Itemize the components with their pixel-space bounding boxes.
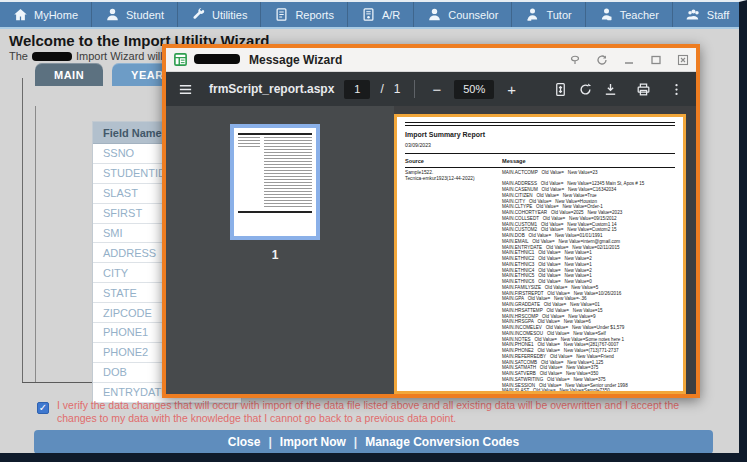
print-icon[interactable]: [636, 82, 651, 97]
modal-title: Message Wizard: [249, 53, 342, 67]
nav-item-label: Teacher: [620, 9, 659, 21]
nav-item-label: Tutor: [546, 9, 571, 21]
verify-row: ✓ I verify the data changes that will oc…: [37, 399, 737, 425]
nav-item-label: A/R: [382, 9, 400, 21]
nav-item-myhome[interactable]: MyHome: [0, 2, 92, 27]
counselor-icon: [427, 7, 442, 22]
nav-item-label: Student: [126, 9, 164, 21]
report-page[interactable]: Import Summary Report 03/09/2023 Source …: [394, 114, 686, 394]
verify-text: I verify the data changes that will occu…: [57, 399, 679, 425]
page-subtitle-prefix: The: [9, 50, 28, 62]
nav-item-label: Counselor: [448, 9, 498, 21]
report-column-headers: Source Message: [405, 155, 675, 167]
page-number-input[interactable]: 1: [344, 80, 370, 99]
pdf-filename: frmScript_report.aspx: [209, 82, 334, 96]
toolbar-divider: [414, 80, 415, 98]
window-bottom-edge: [0, 453, 739, 462]
refresh-icon[interactable]: [596, 54, 608, 66]
modal-title-bar[interactable]: Message Wizard: [166, 48, 696, 72]
pin-icon[interactable]: [569, 54, 581, 66]
import-utility-wizard-screen: MyHomeStudentUtilitiesReportsA/RCounselo…: [0, 0, 747, 462]
manage-conversion-codes-button[interactable]: Manage Conversion Codes: [365, 435, 519, 449]
green-table-icon: [173, 52, 188, 67]
report-date: 03/09/2023: [405, 142, 675, 148]
download-icon[interactable]: [603, 82, 618, 97]
action-bar: Close|Import Now|Manage Conversion Codes: [34, 430, 713, 454]
tab-main[interactable]: MAIN: [35, 63, 103, 86]
verify-text-line1: I verify the data changes that will occu…: [57, 399, 679, 412]
close-icon[interactable]: [677, 54, 689, 66]
message-wizard-modal: Message Wizard: [162, 44, 700, 398]
minimize-icon[interactable]: [623, 54, 635, 66]
top-nav: MyHomeStudentUtilitiesReportsA/RCounselo…: [0, 2, 739, 29]
pdf-viewer-area: 1 Import Summary Report 03/09/2023 Sourc…: [166, 106, 696, 394]
menu-icon[interactable]: [178, 82, 193, 97]
report-col-message: Message: [502, 158, 526, 164]
zoom-level-input[interactable]: 50%: [454, 80, 494, 99]
verify-text-line2: changes to my data with the knowledge th…: [57, 412, 679, 425]
redacted-product-name: [32, 52, 72, 61]
report-col-source: Source: [405, 158, 502, 164]
modal-window-controls: [569, 54, 689, 66]
home-icon: [13, 7, 28, 22]
reports-icon: [274, 7, 289, 22]
report-source-line2: Tecnica-emkur1923(12-44-2022): [405, 176, 502, 182]
zoom-out-button[interactable]: −: [429, 81, 444, 98]
page-total: 1: [394, 82, 401, 96]
zoom-in-button[interactable]: +: [504, 81, 519, 98]
report-message-line: MAIN.ACTCOMP Old Value= New Value=23: [502, 170, 675, 176]
page-subtitle: TheImport Wizard will he: [9, 50, 178, 63]
staff-icon: [686, 7, 701, 22]
panel-left-border: [22, 78, 23, 382]
nav-item-label: Reports: [295, 9, 334, 21]
report-title: Import Summary Report: [405, 131, 675, 138]
report-message-line: MAIN.SLAST Old Value= New Value=Sample73…: [502, 388, 675, 394]
thumbnail-page-number: 1: [230, 248, 320, 262]
action-bar-divider: |: [354, 435, 357, 449]
nav-item-teacher[interactable]: Teacher: [586, 2, 673, 27]
tutor-icon: [525, 7, 540, 22]
nav-item-student[interactable]: Student: [92, 2, 178, 27]
report-body: Sample1522. Tecnica-emkur1923(12-44-2022…: [405, 170, 675, 394]
nav-item-label: Utilities: [212, 9, 247, 21]
verify-checkbox[interactable]: ✓: [37, 402, 49, 414]
report-source-cell: Sample1522. Tecnica-emkur1923(12-44-2022…: [405, 170, 502, 394]
nav-item-a-r[interactable]: A/R: [348, 2, 414, 27]
close-button[interactable]: Close: [228, 435, 261, 449]
teacher-icon: [599, 7, 614, 22]
nav-item-utilities[interactable]: Utilities: [178, 2, 261, 27]
page-divider: /: [380, 82, 383, 96]
redacted-app-name: [194, 54, 240, 64]
thumbnail-panel: 1: [166, 106, 394, 394]
report-message-list: MAIN.ACTCOMP Old Value= New Value=23MAIN…: [502, 170, 675, 394]
pdf-toolbar: frmScript_report.aspx 1 / 1 − 50% +: [166, 72, 696, 106]
nav-item-staff[interactable]: Staff: [673, 2, 739, 27]
nav-item-reports[interactable]: Reports: [261, 2, 348, 27]
nav-item-counselor[interactable]: Counselor: [414, 2, 512, 27]
nav-item-label: Staff: [707, 9, 729, 21]
fit-page-icon[interactable]: [553, 82, 568, 97]
nav-item-tutor[interactable]: Tutor: [512, 2, 585, 27]
maximize-icon[interactable]: [650, 54, 662, 66]
groupbox-left-border: [35, 106, 36, 382]
page-thumbnail[interactable]: [230, 124, 320, 240]
rotate-icon[interactable]: [578, 82, 593, 97]
kebab-icon[interactable]: [669, 82, 684, 97]
wrench-icon: [191, 7, 206, 22]
import-now-button[interactable]: Import Now: [280, 435, 346, 449]
student-icon: [105, 7, 120, 22]
action-bar-divider: |: [268, 435, 271, 449]
nav-item-label: MyHome: [34, 9, 78, 21]
ar-icon: [361, 7, 376, 22]
